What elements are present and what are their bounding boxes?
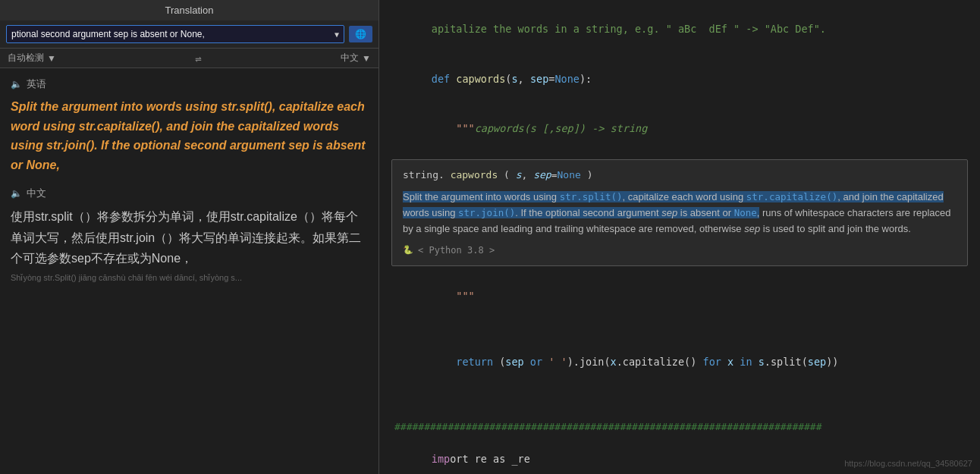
code-line-empty3 [379,403,980,419]
chinese-label: 🔈 中文 [11,187,368,200]
english-section: 🔈 英语 Split the argument into words using… [11,77,368,174]
target-lang-label: 中文 [341,52,359,64]
code-line-docstring-open: """capwords(s [,sep]) -> string [379,105,980,154]
watermark: https://blog.csdn.net/qq_34580627 [844,459,972,468]
language-bar: 自动检测 ▼ ⇌ 中文 ▼ [0,49,378,68]
panel-header: Translation [0,0,378,20]
translate-button[interactable]: 🌐 [349,26,372,42]
english-label: 🔈 英语 [11,77,368,91]
python-icon: 🐍 [403,243,413,257]
pinyin-text: Shǐyòng str.Split() jiāng cānshù chāi fē… [11,273,368,283]
source-lang-label: 自动检测 [8,52,44,64]
chinese-section: 🔈 中文 使用str.split（）将参数拆分为单词，使用str.capital… [11,187,368,283]
code-line-import1: import re as _re [379,435,980,474]
english-label-text: 英语 [27,77,46,91]
code-line-hash: ########################################… [379,419,980,435]
english-translation-text: Split the argument into words using str.… [11,97,368,174]
panel-title: Translation [165,5,214,16]
code-line-empty1 [379,322,980,338]
code-line-docstring-close: """ [379,272,980,322]
code-line-top-comment: apitalize the words in a string, e.g. " … [379,3,980,55]
chinese-speaker-icon[interactable]: 🔈 [11,188,22,199]
code-editor[interactable]: apitalize the words in a string, e.g. " … [379,0,980,474]
translation-input[interactable] [11,29,331,39]
code-panel: apitalize the words in a string, e.g. " … [379,0,980,474]
source-language-option[interactable]: 自动检测 ▼ [8,52,56,64]
input-dropdown-arrow[interactable]: ▼ [335,30,339,39]
code-line-funcdef: def capwords(s, sep=None): [379,55,980,105]
doc-popup-body: Split the argument into words using str.… [403,190,956,237]
chinese-translation-text: 使用str.split（）将参数拆分为单词，使用str.capitalize（）… [11,206,368,268]
target-lang-dropdown[interactable]: ▼ [362,53,371,64]
source-lang-dropdown[interactable]: ▼ [47,53,56,64]
chinese-label-text: 中文 [27,187,46,200]
translate-icon: 🌐 [355,29,366,39]
target-language-option[interactable]: 中文 ▼ [341,52,371,64]
translation-panel: Translation ▼ 🌐 自动检测 ▼ ⇌ 中文 ▼ 🔈 英语 Split… [0,0,379,474]
toolbar: ▼ 🌐 [0,20,378,49]
doc-popup: string. capwords ( s, sep=None ) Split t… [391,159,968,265]
input-wrapper[interactable]: ▼ [6,25,344,43]
lang-swap-button[interactable]: ⇌ [195,52,201,64]
translation-content: 🔈 英语 Split the argument into words using… [0,68,378,474]
doc-version: 🐍 < Python 3.8 > [403,243,956,258]
code-line-return: return (sep or ' ').join(x.capitalize() … [379,337,980,387]
version-text: < Python 3.8 > [418,243,495,258]
doc-popup-title: string. capwords ( s, sep=None ) [403,168,956,184]
english-speaker-icon[interactable]: 🔈 [11,79,22,89]
code-line-empty2 [379,387,980,403]
